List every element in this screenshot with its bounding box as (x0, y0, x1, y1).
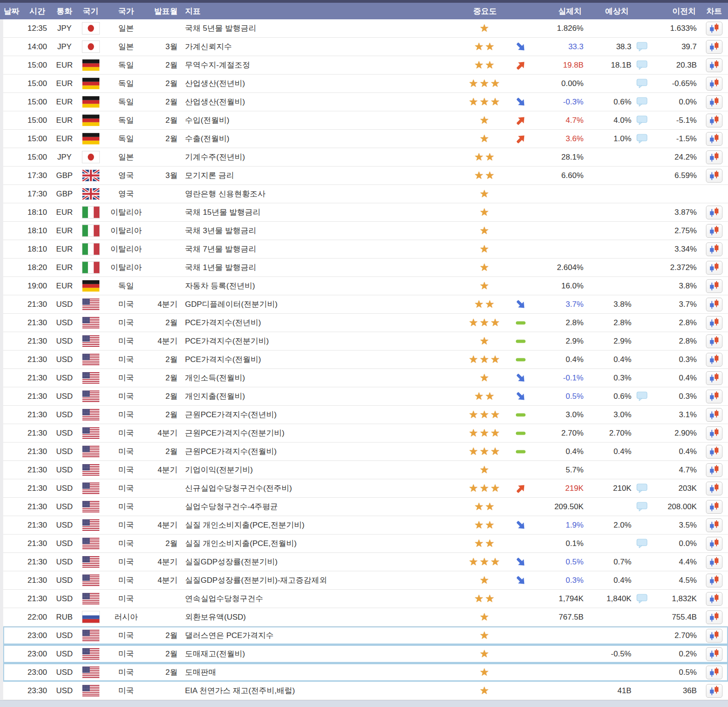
chart-button[interactable] (706, 574, 722, 587)
indicator-link[interactable]: 수출(전월비) (185, 133, 229, 144)
chart-button[interactable] (706, 353, 722, 367)
comment-bubble-icon[interactable] (636, 60, 648, 70)
event-row[interactable]: 12:35JPY일본국채 5년물 발행금리★1.826%1.633% (3, 19, 728, 38)
indicator-link[interactable]: 실질 개인소비지출(PCE,전분기비) (185, 520, 305, 530)
chart-button[interactable] (706, 445, 722, 459)
event-row[interactable]: 15:00JPY일본기계수주(전년비)★★28.1%24.2% (3, 148, 728, 167)
chart-button[interactable] (706, 555, 722, 569)
event-row[interactable]: 18:20EUR이탈리아국채 1년물 발행금리★2.604%2.372% (3, 259, 728, 277)
indicator-link[interactable]: 실업수당청구건수-4주평균 (185, 501, 278, 512)
indicator-link[interactable]: 수입(전월비) (185, 115, 229, 126)
event-row[interactable]: 21:30USD미국4분기GDP디플레이터(전분기비)★★ 3.7%3.8%3.… (3, 295, 728, 314)
comment-bubble-icon[interactable] (636, 594, 648, 604)
chart-button[interactable] (706, 206, 722, 219)
indicator-link[interactable]: 도매판매 (185, 667, 216, 678)
chart-button[interactable] (706, 592, 722, 606)
event-row[interactable]: 21:30USD미국4분기기업이익(전분기비)★5.7%4.7% (3, 461, 728, 479)
comment-bubble-icon[interactable] (636, 391, 648, 401)
indicator-link[interactable]: 국채 15년물 발행금리 (185, 207, 260, 218)
indicator-link[interactable]: 연속실업수당청구건수 (185, 593, 263, 604)
event-row[interactable]: 19:00EUR독일자동차 등록(전년비)★16.0%3.8% (3, 277, 728, 295)
chart-button[interactable] (706, 95, 722, 109)
indicator-link[interactable]: 가계신뢰지수 (185, 41, 232, 52)
comment-bubble-icon[interactable] (636, 539, 648, 548)
indicator-link[interactable]: 근원PCE가격지수(전년비) (185, 409, 277, 420)
event-row[interactable]: 21:30USD미국4분기실질 개인소비지출(PCE,전분기비)★★ 1.9%2… (3, 516, 728, 535)
chart-button[interactable] (706, 114, 722, 127)
indicator-link[interactable]: PCE가격지수(전월비) (185, 354, 261, 365)
event-row[interactable]: 17:30GBP 영국3월모기지론 금리★★6.60%6.59% (3, 167, 728, 185)
comment-bubble-icon[interactable] (636, 42, 648, 52)
indicator-link[interactable]: EIA 천연가스 재고(전주비,배럴) (185, 685, 295, 696)
indicator-link[interactable]: 자동차 등록(전년비) (185, 281, 255, 291)
indicator-link[interactable]: 근원PCE가격지수(전분기비) (185, 428, 284, 438)
chart-button[interactable] (706, 242, 722, 256)
chart-button[interactable] (706, 500, 722, 514)
comment-bubble-icon[interactable] (636, 134, 648, 144)
chart-button[interactable] (706, 150, 722, 164)
event-row[interactable]: 21:30USD미국2월개인소득(전월비)★ -0.1%0.3%0.4% (3, 369, 728, 387)
event-row[interactable]: 21:30USD미국4분기PCE가격지수(전분기비)★2.9%2.9%2.8% (3, 332, 728, 351)
event-row[interactable]: 21:30USD미국2월개인지출(전월비)★★ 0.5%0.6% 0.3% (3, 387, 728, 406)
event-row[interactable]: 22:00RUB러시아외환보유액(USD)★767.5B755.4B (3, 608, 728, 627)
indicator-link[interactable]: 산업생산(전월비) (185, 97, 245, 107)
indicator-link[interactable]: 댈러스연은 PCE가격지수 (185, 630, 274, 641)
indicator-link[interactable]: 개인지출(전월비) (185, 391, 245, 402)
comment-bubble-icon[interactable] (636, 502, 648, 512)
chart-button[interactable] (706, 684, 722, 698)
event-row[interactable]: 23:00USD미국2월도매판매★0.5% (3, 663, 728, 682)
indicator-link[interactable]: 산업생산(전년비) (185, 78, 245, 89)
event-row[interactable]: 23:30USD미국EIA 천연가스 재고(전주비,배럴)★41B36B (3, 682, 728, 700)
event-row[interactable]: 23:00USD미국2월도매재고(전월비)★-0.5%0.2% (3, 645, 728, 663)
chart-button[interactable] (706, 426, 722, 440)
indicator-link[interactable]: PCE가격지수(전년비) (185, 317, 261, 328)
event-row[interactable]: 15:00EUR독일2월수출(전월비)★ 3.6%1.0% -1.5% (3, 130, 728, 148)
chart-button[interactable] (706, 58, 722, 72)
chart-button[interactable] (706, 390, 722, 403)
event-row[interactable]: 21:30USD미국신규실업수당청구건수(전주비)★★★ 219K210K 20… (3, 479, 728, 498)
indicator-link[interactable]: 도매재고(전월비) (185, 649, 245, 659)
chart-button[interactable] (706, 279, 722, 293)
chart-button[interactable] (706, 463, 722, 477)
event-row[interactable]: 21:30USD미국연속실업수당청구건수★★1,794K1,840K 1,832… (3, 590, 728, 608)
event-row[interactable]: 21:30USD미국4분기실질GDP성장률(전분기비)★★★ 0.5%0.7%4… (3, 553, 728, 571)
indicator-link[interactable]: 영란은행 신용현황조사 (185, 189, 266, 199)
event-row[interactable]: 21:30USD미국2월근원PCE가격지수(전월비)★★★0.4%0.4%0.4… (3, 443, 728, 461)
event-row[interactable]: 18:10EUR이탈리아국채 15년물 발행금리★3.87% (3, 203, 728, 222)
indicator-link[interactable]: 국채 5년물 발행금리 (185, 23, 256, 34)
chart-button[interactable] (706, 298, 722, 311)
event-row[interactable]: 21:30USD미국2월근원PCE가격지수(전년비)★★★3.0%3.0%3.1… (3, 406, 728, 424)
indicator-link[interactable]: 근원PCE가격지수(전월비) (185, 446, 277, 457)
event-row[interactable]: 15:00EUR독일2월산업생산(전월비)★★★ -0.3%0.6% 0.0% (3, 93, 728, 111)
event-row[interactable]: 17:30GBP 영국영란은행 신용현황조사★ (3, 185, 728, 203)
indicator-link[interactable]: GDP디플레이터(전분기비) (185, 299, 277, 310)
event-row[interactable]: 15:00EUR독일2월수입(전월비)★ 4.7%4.0% -5.1% (3, 111, 728, 130)
event-row[interactable]: 15:00EUR독일2월무역수지-계절조정★★ 19.8B18.1B 20.3B (3, 56, 728, 75)
indicator-link[interactable]: 국채 1년물 발행금리 (185, 262, 256, 273)
indicator-link[interactable]: 신규실업수당청구건수(전주비) (185, 483, 292, 494)
chart-button[interactable] (706, 261, 722, 275)
indicator-link[interactable]: 실질GDP성장률(전분기비)-재고증감제외 (185, 575, 327, 586)
chart-button[interactable] (706, 647, 722, 661)
event-row[interactable]: 14:00JPY일본3월가계신뢰지수★★ 33.338.3 39.7 (3, 38, 728, 56)
chart-button[interactable] (706, 610, 722, 624)
chart-button[interactable] (706, 518, 722, 532)
event-row[interactable]: 18:10EUR이탈리아국채 7년물 발행금리★3.34% (3, 240, 728, 259)
chart-button[interactable] (706, 169, 722, 183)
chart-button[interactable] (706, 408, 722, 422)
indicator-link[interactable]: 실질 개인소비지출(PCE,전월비) (185, 538, 297, 549)
chart-button[interactable] (706, 629, 722, 643)
indicator-link[interactable]: 기업이익(전분기비) (185, 465, 253, 475)
event-row[interactable]: 18:10EUR이탈리아국채 3년물 발행금리★2.75% (3, 222, 728, 240)
indicator-link[interactable]: 모기지론 금리 (185, 170, 234, 181)
chart-button[interactable] (706, 22, 722, 35)
indicator-link[interactable]: 무역수지-계절조정 (185, 60, 250, 70)
comment-bubble-icon[interactable] (636, 79, 648, 88)
chart-button[interactable] (706, 371, 722, 385)
event-row[interactable]: 15:00EUR독일2월산업생산(전년비)★★★0.00% -0.65% (3, 75, 728, 93)
event-row[interactable]: 21:30USD미국2월실질 개인소비지출(PCE,전월비)★★0.1% 0.0… (3, 535, 728, 553)
chart-button[interactable] (706, 537, 722, 551)
indicator-link[interactable]: 국채 3년물 발행금리 (185, 225, 256, 236)
indicator-link[interactable]: 국채 7년물 발행금리 (185, 244, 256, 254)
indicator-link[interactable]: PCE가격지수(전분기비) (185, 336, 269, 346)
